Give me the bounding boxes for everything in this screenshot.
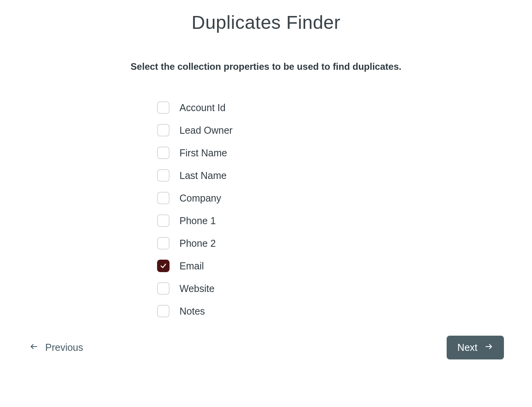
property-checkbox-row[interactable]: Company <box>157 187 375 209</box>
property-checkbox-row[interactable]: Last Name <box>157 164 375 187</box>
property-label: Website <box>180 283 215 294</box>
page-subtitle: Select the collection properties to be u… <box>23 61 509 72</box>
previous-button[interactable]: Previous <box>28 339 85 356</box>
page-title: Duplicates Finder <box>23 12 509 33</box>
checkbox-icon <box>157 214 170 227</box>
property-checkbox-row[interactable]: Email <box>157 255 375 277</box>
arrow-right-icon <box>484 342 493 353</box>
property-label: Company <box>180 193 221 204</box>
checkbox-icon <box>157 237 170 250</box>
property-checkbox-row[interactable]: Phone 1 <box>157 209 375 232</box>
property-label: Phone 1 <box>180 215 216 227</box>
arrow-left-icon <box>30 342 38 353</box>
checkbox-icon <box>157 260 170 272</box>
property-label: First Name <box>180 147 227 159</box>
property-label: Last Name <box>180 170 227 181</box>
property-checkbox-row[interactable]: Website <box>157 277 375 300</box>
checkbox-icon <box>157 192 170 204</box>
wizard-footer: Previous Next <box>28 336 504 359</box>
property-checkbox-row[interactable]: Notes <box>157 300 375 322</box>
property-checkbox-row[interactable]: Lead Owner <box>157 119 375 142</box>
property-checklist: Account IdLead OwnerFirst NameLast NameC… <box>157 96 375 322</box>
property-checkbox-row[interactable]: Phone 2 <box>157 232 375 255</box>
previous-button-label: Previous <box>45 342 83 353</box>
checkbox-icon <box>157 305 170 317</box>
property-label: Account Id <box>180 102 226 113</box>
property-label: Phone 2 <box>180 238 216 249</box>
checkbox-icon <box>157 124 170 136</box>
checkbox-icon <box>157 282 170 295</box>
property-checkbox-row[interactable]: Account Id <box>157 96 375 119</box>
checkbox-icon <box>157 169 170 182</box>
next-button[interactable]: Next <box>447 336 504 359</box>
checkbox-icon <box>157 147 170 159</box>
duplicates-finder-step: Duplicates Finder Select the collection … <box>0 0 532 407</box>
property-label: Email <box>180 260 204 272</box>
property-checkbox-row[interactable]: First Name <box>157 142 375 164</box>
property-label: Lead Owner <box>180 125 233 136</box>
checkbox-icon <box>157 101 170 114</box>
property-label: Notes <box>180 306 205 317</box>
next-button-label: Next <box>458 342 477 353</box>
